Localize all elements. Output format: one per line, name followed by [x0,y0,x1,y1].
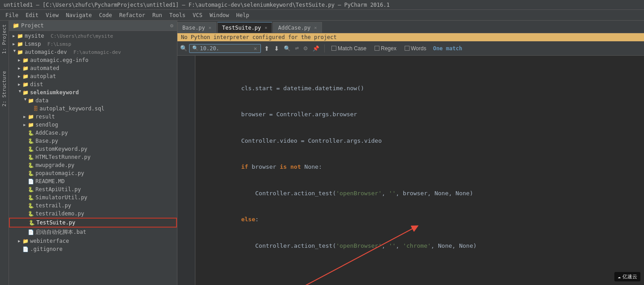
tab-addcase[interactable]: AddCase.py ✕ [273,22,322,33]
match-case-checkbox [331,46,336,51]
tree-item-webinterface[interactable]: ▶ 📁 webinterface [9,237,177,245]
search-next-button[interactable]: ⬇ [273,44,281,53]
structure-label[interactable]: 2: Structure [0,69,8,108]
arrow-autoplat: ▶ [18,74,22,79]
code-line: Controller.action_test('openBrowser', ''… [199,242,476,249]
gear-icon[interactable]: ⚙ [170,22,173,29]
tree-item-addcase[interactable]: 🐍 AddCase.py [9,129,177,137]
code-line: cls.start = datetime.datetime.now() [199,85,364,92]
code-line: Controller.action_test('openBrowser', ''… [199,190,473,197]
tree-item-testrail[interactable]: 🐍 testrail.py [9,202,177,210]
line-numbers [177,56,195,285]
search-find-button[interactable]: 🔍 [282,45,292,52]
tree-item-dist[interactable]: ▶ 📁 dist [9,80,177,88]
search-prev-button[interactable]: ⬆ [263,44,271,53]
tab-base-label: Base.py [182,25,205,31]
tree-item-egg-info[interactable]: ▶ 📁 automagic.egg-info [9,56,177,64]
code-content[interactable]: cls.start = datetime.datetime.now() brow… [195,56,644,285]
search-input[interactable] [200,45,254,52]
editor-wrapper: Base.py ✕ TestSuite.py ✕ AddCase.py ✕ No… [177,21,644,285]
regex-checkbox [375,46,379,51]
search-bar: 🔍 🔍 ✕ ⬆ ⬇ 🔍 ⇌ ⚙ 📌 Match Case Regex [177,41,644,56]
watermark-icon: ☁ [618,274,621,280]
tree-item-popautomagic[interactable]: 🐍 popautomagic.py [9,169,177,177]
tree-item-customkeyword[interactable]: 🐍 CustomKeyword.py [9,145,177,153]
tree-item-htmltestrunner[interactable]: 🐍 HTMLTestRunner.py [9,153,177,161]
search-icon-small: 🔍 [192,45,198,51]
menu-help[interactable]: Help [233,11,253,19]
tab-addcase-label: AddCase.py [278,25,310,31]
code-editor[interactable]: cls.start = datetime.datetime.now() brow… [177,56,644,285]
match-case-button[interactable]: Match Case [328,44,370,53]
tree-item-restapiutil[interactable]: 🐍 RestApiUtil.py [9,185,177,193]
watermark-text: 亿速云 [622,273,637,280]
tree-item-readme[interactable]: 📄 README.MD [9,177,177,185]
search-settings-button[interactable]: ⚙ [302,45,309,52]
code-line: browser = Controller.args.browser [199,111,357,118]
tree-item-seleniumkeyword[interactable]: ▶ 📁 seleniumkeyword [9,88,177,96]
tree-item-testraildemo[interactable]: 🐍 testraildemo.py [9,210,177,218]
main-layout: 1: Project 2: Structure 📁 Project ⚙ ▶ 📁 … [0,21,644,285]
tree-item-gitignore[interactable]: 📄 .gitignore [9,245,177,253]
tab-testsuite-close[interactable]: ✕ [265,25,267,30]
arrow-egg: ▶ [18,58,22,62]
tab-addcase-close[interactable]: ✕ [314,25,317,30]
tree-item-sendlog[interactable]: ▶ 📁 sendlog [9,121,177,129]
arrow-dist: ▶ [18,82,22,87]
menu-navigate[interactable]: Navigate [62,11,96,19]
tab-base[interactable]: Base.py ✕ [177,22,216,33]
code-line: Controller.video = Controller.args.video [199,137,382,144]
arrow-data: ▶ [23,98,28,103]
info-bar: No Python interpreter configured for the… [177,33,644,41]
arrow-sendlog: ▶ [23,123,28,127]
arrow-result: ▶ [23,114,28,119]
arrow-automagic: ▶ [13,50,17,54]
menu-view[interactable]: View [42,11,62,19]
tree-item-lsmsp[interactable]: ▶ 📁 Lsmsp F:\Lsmsp [9,40,177,48]
menu-tools[interactable]: Tools [166,11,189,19]
tree-item-bat[interactable]: 📄 启动自动化脚本.bat [9,228,177,237]
menu-refactor[interactable]: Refactor [115,11,149,19]
regex-button[interactable]: Regex [371,44,400,53]
tree-item-sql[interactable]: 🗄 autoplat_keyword.sql [9,105,177,113]
project-tree: ▶ 📁 mysite C:\Users\zhufc\mysite ▶ 📁 Lsm… [9,31,177,285]
arrow-webinterface: ▶ [18,239,22,243]
menu-edit[interactable]: Edit [22,11,42,19]
info-text: No Python interpreter configured for the… [181,34,337,40]
words-checkbox [405,46,410,51]
search-pin-button[interactable]: 📌 [311,45,321,52]
project-header: 📁 Project ⚙ [9,21,177,31]
code-line: if browser is not None: [199,163,322,170]
tree-item-result[interactable]: ▶ 📁 result [9,113,177,121]
tree-item-testsuite[interactable]: 🐍 TestSuite.py [9,218,177,228]
match-result: One match [433,45,462,52]
tree-item-simulatorutil[interactable]: 🐍 SimulatorUtil.py [9,193,177,202]
tree-item-base[interactable]: 🐍 Base.py [9,137,177,145]
tab-testsuite[interactable]: TestSuite.py ✕ [217,22,273,33]
tree-item-mysite[interactable]: ▶ 📁 mysite C:\Users\zhufc\mysite [9,32,177,40]
tree-item-data[interactable]: ▶ 📁 data [9,96,177,105]
menu-run[interactable]: Run [149,11,166,19]
search-replace-button[interactable]: ⇌ [294,45,300,51]
tree-item-autoplat[interactable]: ▶ 📁 autoplat [9,72,177,80]
match-case-label: Match Case [338,45,366,52]
tab-base-close[interactable]: ✕ [209,25,212,30]
tree-item-automagic-dev[interactable]: ▶ 📁 automagic-dev F:\automagic-dev [9,48,177,56]
search-input-wrap: 🔍 ✕ [189,44,261,53]
project-label[interactable]: 1: Project [0,22,8,56]
clear-search-icon[interactable]: ✕ [254,45,257,52]
tree-item-mwupgrade[interactable]: 🐍 mwupgrade.py [9,161,177,169]
project-folder-icon: 📁 [13,22,19,29]
tab-testsuite-label: TestSuite.py [222,25,261,31]
words-button[interactable]: Words [401,44,429,53]
menu-window[interactable]: Window [206,11,233,19]
left-strip: 1: Project 2: Structure [0,21,9,285]
tab-bar: Base.py ✕ TestSuite.py ✕ AddCase.py ✕ [177,21,644,33]
menu-file[interactable]: File [2,11,22,19]
project-panel: 📁 Project ⚙ ▶ 📁 mysite C:\Users\zhufc\my… [9,21,177,285]
title-text: untitled1 – [C:\Users\zhufc\PycharmProje… [4,2,390,8]
menu-vcs[interactable]: VCS [189,11,206,19]
arrow-mysite: ▶ [13,34,17,38]
menu-code[interactable]: Code [96,11,116,19]
tree-item-automated[interactable]: ▶ 📁 automated [9,64,177,72]
